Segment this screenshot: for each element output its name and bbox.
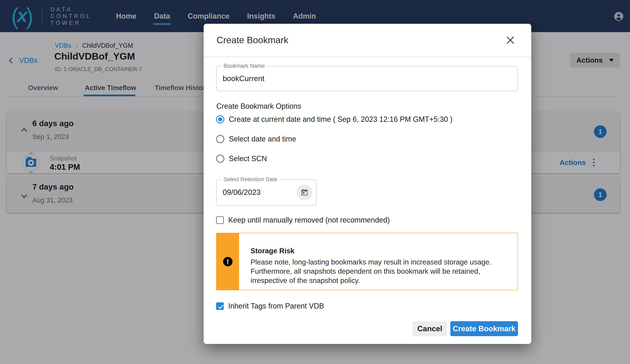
radio-label: Create at current date and time ( Sep 6,… xyxy=(229,115,452,124)
alert-stripe: ! xyxy=(216,233,239,290)
create-bookmark-button[interactable]: Create Bookmark xyxy=(450,321,518,336)
radio-label: Select date and time xyxy=(229,135,296,143)
radio-selected-icon[interactable] xyxy=(216,115,224,123)
bookmark-name-field[interactable]: Bookmark Name xyxy=(216,66,518,91)
radio-label: Select SCN xyxy=(229,154,267,163)
retention-date-label: Select Retention Date xyxy=(222,176,280,183)
inherit-tags-checkbox-row[interactable]: Inherit Tags from Parent VDB xyxy=(216,302,324,310)
create-bookmark-modal: Create Bookmark Bookmark Name Create Boo… xyxy=(204,24,531,344)
bookmark-name-input[interactable] xyxy=(223,74,433,83)
radio-select-scn[interactable]: Select SCN xyxy=(216,154,267,163)
retention-date-field[interactable]: Select Retention Date xyxy=(216,179,316,206)
storage-risk-alert: ! Storage Risk Please note, long-lasting… xyxy=(216,233,518,290)
bookmark-name-label: Bookmark Name xyxy=(222,63,267,69)
options-heading: Create Bookmark Options xyxy=(216,102,301,111)
radio-select-datetime[interactable]: Select date and time xyxy=(216,135,296,143)
checkbox-checked-icon[interactable] xyxy=(216,302,224,310)
error-icon: ! xyxy=(223,257,232,266)
alert-content: Storage Risk Please note, long-lasting b… xyxy=(250,247,509,285)
calendar-button[interactable] xyxy=(296,184,312,200)
radio-current-datetime[interactable]: Create at current date and time ( Sep 6,… xyxy=(216,115,452,124)
alert-title: Storage Risk xyxy=(250,247,509,255)
inherit-tags-label: Inherit Tags from Parent VDB xyxy=(228,302,324,310)
cancel-button[interactable]: Cancel xyxy=(412,321,447,336)
radio-unselected-icon[interactable] xyxy=(216,155,224,163)
alert-body: Please note, long-lasting bookmarks may … xyxy=(250,257,509,285)
close-icon[interactable] xyxy=(504,34,516,46)
retention-date-input[interactable] xyxy=(223,188,292,197)
modal-header: Create Bookmark xyxy=(204,24,531,56)
keep-until-removed-label: Keep until manually removed (not recomme… xyxy=(228,216,390,224)
keep-until-removed-checkbox-row[interactable]: Keep until manually removed (not recomme… xyxy=(216,216,390,224)
checkbox-unchecked-icon[interactable] xyxy=(216,216,224,224)
modal-title: Create Bookmark xyxy=(216,35,288,45)
radio-unselected-icon[interactable] xyxy=(216,135,224,143)
calendar-icon xyxy=(300,188,308,197)
